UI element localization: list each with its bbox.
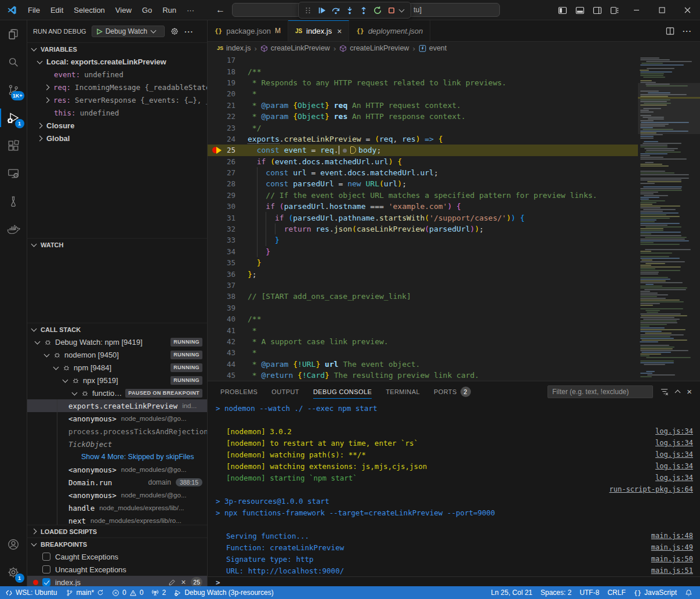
panel-tab-output[interactable]: OUTPUT — [271, 381, 299, 402]
search-icon[interactable] — [0, 48, 27, 76]
console-row[interactable]: [nodemon] watching extensions: js,mjs,cj… — [208, 460, 700, 472]
breakpoints-section-header[interactable]: BREAKPOINTS — [27, 537, 207, 550]
code-line[interactable]: 35 } — [208, 257, 638, 268]
breadcrumb-symbol[interactable]: createLinkPreview — [260, 44, 330, 52]
menu-item-go[interactable]: Go — [137, 3, 157, 17]
customize-layout-icon[interactable] — [606, 3, 623, 18]
variable-row[interactable]: res:ServerResponse {_events: {…}, _e… — [27, 93, 207, 106]
code-line[interactable]: 37 — [208, 280, 638, 291]
problems-status[interactable]: 0 0 — [108, 586, 147, 599]
close-window-button[interactable] — [674, 0, 700, 20]
tab-deployment-json[interactable]: {} deployment.json — [349, 20, 430, 41]
cursor-position-status[interactable]: Ln 25, Col 21 — [487, 586, 536, 599]
variables-section-header[interactable]: VARIABLES — [27, 42, 207, 55]
settings-gear-icon[interactable]: 1 — [0, 558, 27, 586]
code-line[interactable]: 44 * @param {!URL} url The event object. — [208, 359, 638, 370]
debug-console-output[interactable]: > nodemon --watch ./ --exec npm start[no… — [208, 402, 700, 586]
run-and-debug-icon[interactable]: 1 — [0, 104, 27, 132]
variable-row[interactable]: Closure — [27, 119, 207, 132]
panel-tab-debug-console[interactable]: DEBUG CONSOLE — [313, 381, 372, 402]
launch-config-dropdown[interactable]: Debug Watch — [92, 26, 165, 37]
console-row[interactable]: [nodemon] to restart at any time, enter … — [208, 437, 700, 449]
menu-item-selection[interactable]: Selection — [68, 3, 110, 17]
more-actions-icon[interactable]: ··· — [683, 27, 692, 35]
breadcrumb-symbol[interactable]: createLinkPreview — [339, 44, 409, 52]
call-stack-row[interactable]: handlenode_modules/express/lib/... — [27, 501, 207, 514]
panel-tab-ports[interactable]: PORTS2 — [434, 381, 471, 402]
call-stack-row[interactable]: Domain.rundomain388:15 — [27, 476, 207, 489]
code-line[interactable]: 33 } — [208, 234, 638, 246]
call-stack-row[interactable]: Show 4 More: Skipped by skipFiles — [27, 450, 207, 463]
code-line[interactable]: 30 if (parsedUrl.hostname === 'example.c… — [208, 201, 638, 212]
console-row[interactable]: Signature type: httpmain.js:50 — [208, 553, 700, 565]
more-actions-icon[interactable]: ··· — [184, 27, 194, 36]
remote-indicator[interactable]: WSL: Ubuntu — [0, 586, 62, 599]
code-line[interactable]: 17 — [208, 55, 638, 66]
source-control-icon[interactable]: 1K+ — [0, 76, 27, 104]
toggle-panel-icon[interactable] — [571, 3, 589, 18]
call-stack-row[interactable]: TickObject — [27, 438, 207, 450]
variable-row[interactable]: Global — [27, 132, 207, 145]
code-line[interactable]: 40/** — [208, 313, 638, 324]
source-link[interactable]: run-script-pkg.js:64 — [610, 485, 700, 493]
breadcrumb-file[interactable]: JS index.js — [217, 44, 251, 52]
code-line[interactable]: 41 * — [208, 324, 638, 335]
source-link[interactable]: log.js:34 — [655, 462, 700, 470]
console-row[interactable]: Function: createLinkPreviewmain.js:49 — [208, 542, 700, 553]
call-stack-row[interactable]: <anonymous>node_modules/@go... — [27, 489, 207, 501]
panel-tab-terminal[interactable]: TERMINAL — [386, 381, 420, 402]
breadcrumb-symbol-event[interactable]: event — [419, 44, 447, 52]
call-stack-row[interactable]: <anonymous>node_modules/@go... — [27, 412, 207, 425]
split-editor-icon[interactable] — [666, 27, 674, 35]
code-line[interactable]: 19 * Responds to any HTTP request relate… — [208, 77, 638, 88]
call-stack-row[interactable]: <anonymous>node_modules/@go... — [27, 463, 207, 476]
remove-breakpoint-icon[interactable]: × — [181, 578, 186, 586]
source-link[interactable]: log.js:34 — [655, 474, 700, 482]
code-line[interactable]: 36}; — [208, 268, 638, 279]
docker-icon[interactable] — [0, 215, 27, 243]
toggle-primary-sidebar-icon[interactable] — [554, 3, 571, 18]
code-line[interactable]: 32 return res.json(caseLinkPreview(parse… — [208, 223, 638, 234]
menu-item-view[interactable]: View — [110, 3, 137, 17]
console-filter-input[interactable]: Filter (e.g. text, !exclude) — [547, 385, 653, 398]
variable-row[interactable]: event:undefined — [27, 68, 207, 81]
breakpoint-checkbox[interactable] — [42, 565, 50, 573]
call-stack-row[interactable]: npm [9484]RUNNING — [27, 361, 207, 374]
call-stack-row[interactable]: functions-fra...PAUSED ON BREAKPOINT — [27, 387, 207, 399]
code-line[interactable]: 25 const event = req.body; — [208, 145, 638, 156]
maximize-panel-chevron-icon[interactable] — [676, 389, 680, 395]
toggle-secondary-sidebar-icon[interactable] — [589, 3, 606, 18]
close-panel-icon[interactable]: × — [687, 387, 692, 396]
source-link[interactable]: main.js:50 — [651, 555, 700, 563]
code-line[interactable]: 23 */ — [208, 122, 638, 133]
git-branch-status[interactable]: main* — [62, 586, 108, 599]
breakpoint-checkbox[interactable] — [42, 553, 50, 561]
minimap[interactable] — [638, 55, 700, 381]
forwarded-ports-status[interactable]: 2 — [147, 586, 170, 599]
call-stack-row[interactable]: npx [9519]RUNNING — [27, 374, 207, 387]
variable-row[interactable]: this:undefined — [27, 106, 207, 119]
code-line[interactable]: 20 * — [208, 88, 638, 99]
console-row[interactable]: > nodemon --watch ./ --exec npm start — [208, 402, 700, 414]
tab-package-json[interactable]: {} package.json M — [208, 20, 288, 41]
console-row[interactable]: URL: http://localhost:9000/main.js:51 — [208, 565, 700, 576]
debug-session-status[interactable]: Debug Watch (3p-resources) — [170, 586, 278, 599]
code-line[interactable]: 39 — [208, 302, 638, 313]
code-line[interactable]: 29 // If the event object URL matches a … — [208, 190, 638, 201]
variable-row[interactable]: req:IncomingMessage {_readableState:… — [27, 81, 207, 93]
minimap-slider[interactable] — [638, 83, 700, 134]
code-line[interactable]: 42 * A support case link preview. — [208, 336, 638, 347]
source-link[interactable]: log.js:34 — [655, 427, 700, 435]
console-row[interactable]: run-script-pkg.js:64 — [208, 483, 700, 495]
encoding-status[interactable]: UTF-8 — [575, 586, 603, 599]
code-line[interactable]: 22 * @param {Object} res An HTTP respons… — [208, 111, 638, 122]
stop-button[interactable] — [385, 3, 398, 17]
step-into-button[interactable] — [343, 3, 357, 17]
call-stack-row[interactable]: nextnode_modules/express/lib/ro... — [27, 514, 207, 525]
code-line[interactable]: 21 * @param {Object} req An HTTP request… — [208, 100, 638, 111]
source-link[interactable]: main.js:49 — [651, 543, 700, 551]
breakpoint-row[interactable]: Uncaught Exceptions — [27, 563, 207, 576]
restart-button[interactable] — [371, 3, 385, 17]
code-line[interactable]: 24exports.createLinkPreview = (req, res)… — [208, 133, 638, 145]
drag-handle-icon[interactable] — [301, 3, 315, 17]
